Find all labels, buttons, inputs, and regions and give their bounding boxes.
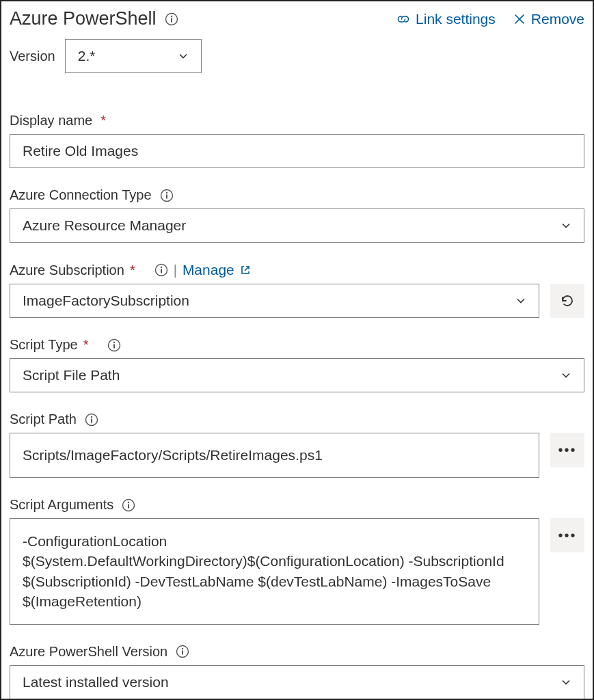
ps-version-label: Azure PowerShell Version (10, 644, 167, 660)
svg-point-1 (170, 15, 172, 16)
connection-type-label: Azure Connection Type (10, 187, 152, 203)
svg-rect-14 (91, 418, 92, 422)
chevron-down-icon (561, 677, 571, 688)
manage-link[interactable]: Manage (183, 262, 251, 278)
svg-point-10 (113, 341, 115, 342)
connection-type-select[interactable]: Azure Resource Manager (10, 208, 584, 243)
script-type-label-row: Script Type * (10, 337, 584, 353)
chevron-down-icon (561, 370, 571, 381)
display-name-label-row: Display name * (10, 113, 584, 129)
browse-button[interactable]: ••• (550, 433, 584, 467)
close-icon (513, 13, 526, 25)
connection-type-label-row: Azure Connection Type (10, 187, 584, 203)
required-indicator: * (100, 113, 106, 129)
display-name-input[interactable] (10, 134, 584, 168)
info-icon[interactable] (85, 413, 98, 427)
svg-rect-2 (171, 18, 172, 22)
link-settings-button[interactable]: Link settings (396, 11, 496, 27)
chevron-down-icon (515, 295, 526, 306)
svg-rect-11 (113, 344, 115, 348)
chevron-down-icon (561, 220, 571, 231)
info-icon[interactable] (160, 189, 174, 202)
required-indicator: * (83, 337, 89, 353)
browse-button[interactable]: ••• (550, 518, 584, 552)
info-icon[interactable] (154, 263, 168, 277)
version-row: Version 2.* (10, 39, 584, 73)
script-path-input[interactable] (10, 433, 539, 478)
task-panel: Azure PowerShell Link settings Remove Ve… (0, 0, 594, 700)
subscription-label-row: Azure Subscription * | Manage (10, 262, 584, 278)
info-icon[interactable] (165, 12, 178, 26)
subscription-select[interactable]: ImageFactorySubscription (10, 284, 539, 318)
task-title: Azure PowerShell (10, 8, 157, 29)
version-select[interactable]: 2.* (65, 39, 202, 73)
info-icon[interactable] (107, 338, 121, 352)
script-path-label: Script Path (10, 412, 77, 427)
ellipsis-icon: ••• (558, 442, 576, 458)
script-type-select[interactable]: Script File Path (10, 358, 584, 392)
script-path-label-row: Script Path (10, 412, 584, 427)
header: Azure PowerShell Link settings Remove (10, 8, 584, 29)
info-icon[interactable] (176, 645, 189, 658)
external-link-icon (240, 265, 251, 275)
version-label: Version (10, 49, 55, 64)
svg-rect-5 (166, 194, 167, 198)
script-args-label-row: Script Arguments (10, 497, 584, 513)
svg-rect-20 (182, 651, 183, 655)
svg-point-4 (165, 191, 167, 193)
chevron-down-icon (178, 51, 189, 62)
script-args-input[interactable]: -ConfigurationLocation $(System.DefaultW… (10, 518, 539, 625)
refresh-icon (560, 293, 575, 308)
svg-point-13 (91, 416, 92, 417)
svg-point-16 (128, 501, 129, 502)
remove-button[interactable]: Remove (513, 11, 584, 27)
script-type-label: Script Type (10, 337, 78, 353)
ellipsis-icon: ••• (558, 528, 576, 543)
subscription-label: Azure Subscription (10, 262, 124, 278)
svg-rect-8 (161, 269, 162, 273)
required-indicator: * (130, 262, 135, 278)
refresh-button[interactable] (550, 284, 584, 318)
display-name-label: Display name (10, 113, 92, 129)
ps-version-label-row: Azure PowerShell Version (10, 644, 584, 660)
svg-point-19 (182, 648, 183, 649)
ps-version-select[interactable]: Latest installed version (10, 665, 584, 699)
link-icon (396, 12, 410, 26)
svg-rect-17 (128, 504, 129, 508)
info-icon[interactable] (122, 498, 135, 512)
svg-point-7 (160, 267, 161, 268)
script-args-label: Script Arguments (10, 497, 113, 513)
